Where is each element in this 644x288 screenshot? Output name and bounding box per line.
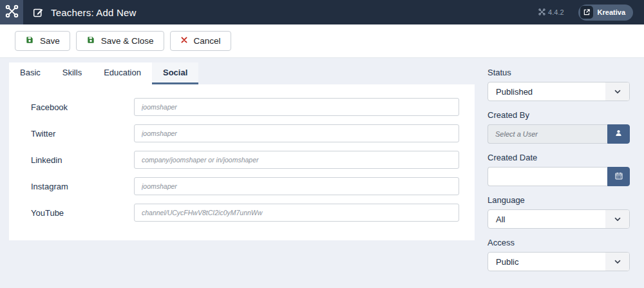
cancel-button[interactable]: Cancel xyxy=(170,31,231,51)
cancel-x-icon xyxy=(180,36,188,46)
tab-education[interactable]: Education xyxy=(93,62,152,84)
tab-skills[interactable]: Skills xyxy=(52,62,93,84)
joomla-version-icon xyxy=(538,8,545,17)
select-user-button[interactable] xyxy=(607,124,630,144)
user-menu-button[interactable]: Kreativa xyxy=(578,5,633,21)
linkedin-input[interactable] xyxy=(134,151,459,169)
created-by-input[interactable] xyxy=(488,124,607,144)
instagram-input[interactable] xyxy=(134,177,459,195)
created-by-label: Created By xyxy=(488,110,630,120)
top-header-bar: Teachers: Add New 4.4.2 Kreativa xyxy=(0,0,644,24)
created-by-combo xyxy=(488,124,630,144)
facebook-input[interactable] xyxy=(134,98,459,116)
youtube-label: YouTube xyxy=(31,208,134,218)
chevron-down-icon xyxy=(605,253,629,271)
external-link-icon xyxy=(580,6,593,19)
save-and-close-button-label: Save & Close xyxy=(101,36,154,46)
edit-icon xyxy=(33,7,44,18)
access-select[interactable]: Public xyxy=(488,252,630,271)
save-icon xyxy=(86,35,95,46)
form-row-instagram: Instagram xyxy=(31,177,459,195)
joomla-logo-icon xyxy=(5,5,19,21)
created-date-combo xyxy=(488,167,630,186)
tab-bar: Basic Skills Education Social xyxy=(9,62,475,84)
main-column: Basic Skills Education Social Facebook T… xyxy=(9,62,475,280)
user-icon xyxy=(614,128,623,140)
form-row-facebook: Facebook xyxy=(31,98,459,116)
tab-social[interactable]: Social xyxy=(152,62,198,84)
social-tab-panel: Facebook Twitter Linkedin Instagram YouT… xyxy=(9,84,475,240)
calendar-button[interactable] xyxy=(607,167,630,186)
version-indicator: 4.4.2 xyxy=(538,8,564,17)
created-date-input[interactable] xyxy=(488,167,607,186)
status-select[interactable]: Published xyxy=(488,82,630,101)
instagram-label: Instagram xyxy=(31,182,134,191)
page-title: Teachers: Add New xyxy=(51,7,137,18)
access-group: Access Public xyxy=(488,238,630,271)
twitter-input[interactable] xyxy=(134,124,459,142)
created-date-label: Created Date xyxy=(488,153,630,162)
settings-sidebar: Status Published Created By xyxy=(488,62,630,280)
form-row-linkedin: Linkedin xyxy=(31,151,459,169)
twitter-label: Twitter xyxy=(31,129,134,139)
save-and-close-button[interactable]: Save & Close xyxy=(76,31,164,51)
user-menu-label: Kreativa xyxy=(598,8,625,16)
chevron-down-icon xyxy=(605,210,629,228)
language-select[interactable]: All xyxy=(488,209,630,229)
form-row-twitter: Twitter xyxy=(31,124,459,142)
action-toolbar: Save Save & Close Cancel xyxy=(0,24,644,58)
version-text: 4.4.2 xyxy=(548,8,564,16)
facebook-label: Facebook xyxy=(31,102,134,112)
language-group: Language All xyxy=(488,195,630,229)
language-label: Language xyxy=(488,195,630,205)
status-label: Status xyxy=(488,68,630,77)
save-icon xyxy=(25,35,34,46)
save-button[interactable]: Save xyxy=(15,31,70,51)
created-date-group: Created Date xyxy=(488,153,630,186)
linkedin-label: Linkedin xyxy=(31,155,134,165)
tab-basic[interactable]: Basic xyxy=(9,62,52,84)
chevron-down-icon xyxy=(605,82,629,101)
language-select-value: All xyxy=(496,215,505,224)
form-row-youtube: YouTube xyxy=(31,204,459,222)
youtube-input[interactable] xyxy=(134,204,459,222)
status-select-value: Published xyxy=(496,87,533,97)
access-label: Access xyxy=(488,238,630,247)
status-group: Status Published xyxy=(488,68,630,101)
content-area: Basic Skills Education Social Facebook T… xyxy=(0,58,644,280)
access-select-value: Public xyxy=(496,257,518,267)
joomla-logo-button[interactable] xyxy=(0,0,23,24)
created-by-group: Created By xyxy=(488,110,630,144)
save-button-label: Save xyxy=(40,36,60,46)
cancel-button-label: Cancel xyxy=(194,36,221,46)
calendar-icon xyxy=(614,171,623,182)
